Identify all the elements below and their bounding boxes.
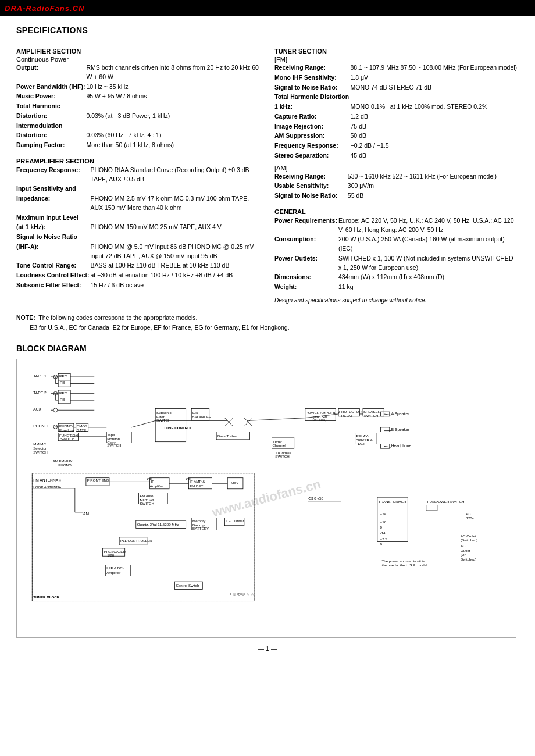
usable-label: Usable Sensitivity: — [274, 181, 348, 191]
general-heading: GENERAL — [274, 208, 519, 215]
max-input-values: PHONO MM 150 mV MC 25 mV TAPE, AUX 4 V — [90, 223, 261, 233]
svg-text:Outlet: Outlet — [461, 548, 470, 552]
intermod-label: Intermodulation — [16, 122, 86, 131]
weight-label: Weight: — [274, 283, 338, 293]
svg-text:AUX: AUX — [33, 408, 41, 412]
image-label: Image Rejection: — [274, 122, 351, 132]
svg-text:BALANCER: BALANCER — [192, 415, 212, 419]
svg-text:Channel: Channel — [272, 444, 286, 448]
snr-values: PHONO MM @ 5.0 mV input 86 dB PHONO MC @… — [90, 243, 261, 262]
svg-text:REC: REC — [59, 391, 67, 395]
svg-text:MPX: MPX — [231, 481, 238, 485]
svg-line-157 — [131, 421, 155, 427]
svg-text:LFF & DC-: LFF & DC- — [106, 566, 124, 570]
design-note: Design and specifications subject to cha… — [274, 297, 519, 304]
freq-resp-label: Frequency Response: — [274, 141, 351, 151]
freq-resp-row: Frequency Response: +0.2 dB / −1.5 — [274, 141, 519, 151]
output-label: Output: — [16, 63, 86, 83]
svg-text:(Switched): (Switched) — [461, 539, 477, 543]
svg-text:SWITCH: SWITCH — [156, 419, 170, 423]
subsonic-label: Subsonic Filter Effect: — [16, 281, 90, 291]
freq-value: PHONO RIAA Standard Curve (Recording Out… — [90, 166, 261, 185]
svg-text:AM: AM — [83, 512, 89, 516]
tuner-table: Receiving Range: 88.1 ~ 107.9 MHz 87.50 … — [274, 63, 519, 161]
svg-text:BATTERY: BATTERY — [192, 527, 209, 531]
thd-row: Total Harmonic — [16, 102, 261, 112]
snr-preamp-row: Signal to Noise Ratio — [16, 233, 261, 243]
svg-text:FM DET: FM DET — [190, 484, 203, 488]
outlets-value: SWITCHED x 1, 100 W (Not included in sys… — [338, 254, 519, 273]
svg-text:GATE: GATE — [77, 428, 86, 432]
consumption-row: Consumption: 200 W (U.S.A.) 250 VA (Cana… — [274, 235, 519, 254]
svg-text:IF AMP &: IF AMP & — [190, 480, 205, 484]
preamp-heading: PREAMPLIFIER SECTION — [16, 158, 261, 165]
power-req-label: Power Requirements: — [274, 216, 338, 236]
svg-text:REC: REC — [59, 374, 67, 378]
svg-line-168 — [384, 447, 391, 448]
dimensions-value: 434mm (W) x 112mm (H) x 408mm (D) — [338, 273, 519, 283]
at-1khz-row: (at 1 kHz): PHONO MM 150 mV MC 25 mV TAP… — [16, 223, 261, 233]
svg-text:LED Driver: LED Driver — [226, 519, 244, 523]
svg-line-163 — [384, 414, 391, 415]
svg-text:A Speaker: A Speaker — [391, 412, 409, 416]
page-number: — 1 — — [16, 645, 519, 652]
distortion-value: 0.03% (at −3 dB Power, 1 kHz) — [86, 112, 261, 122]
svg-text:Headphone: Headphone — [391, 444, 412, 449]
svg-text:Equalizer: Equalizer — [59, 428, 74, 432]
svg-text:SWITCH: SWITCH — [33, 450, 47, 454]
svg-text:Amplifier: Amplifier — [150, 484, 164, 488]
loudness-label: Loudness Control Effect: — [16, 271, 90, 281]
svg-text:B Speaker: B Speaker — [391, 427, 410, 432]
receiving-label: Receiving Range: — [274, 63, 351, 73]
max-input-label: Maximum Input Level — [16, 213, 90, 223]
damping-row: Damping Factor: More than 50 (at 1 kHz, … — [16, 141, 261, 151]
svg-text:-53  0  +53: -53 0 +53 — [308, 496, 324, 500]
weight-value: 11 kg — [338, 283, 519, 293]
tuner-thd-values: MONO 0.1% at 1 kHz 100% mod. STEREO 0.2% — [351, 102, 519, 112]
svg-text:SWITCH: SWITCH — [107, 444, 121, 448]
power-bw-row: Power Bandwidth (IHF): 10 Hz ~ 35 kHz — [16, 83, 261, 92]
usable-row: Usable Sensitivity: 300 μV/m — [274, 181, 519, 191]
loudness-row: Loudness Control Effect: at −30 dB atten… — [16, 271, 261, 281]
amplifier-table: Output: RMS both channels driven into 8 … — [16, 63, 261, 151]
block-diagram: www.audiofans.cn .bd-text { font-family:… — [16, 359, 516, 638]
svg-text:The power source circuit is: The power source circuit is — [381, 559, 425, 563]
damping-label: Damping Factor: — [16, 141, 86, 151]
tone-row: Tone Control Range: BASS at 100 Hz ±10 d… — [16, 261, 261, 271]
svg-text:AC: AC — [461, 544, 466, 548]
svg-text:120v: 120v — [466, 516, 474, 520]
impedance-label: Impedance: — [16, 194, 90, 213]
snr-ihf-label: (IHF-A): — [16, 243, 90, 262]
stereo-sep-value: 45 dB — [351, 151, 519, 161]
general-table: Power Requirements: Europe: AC 220 V, 50… — [274, 216, 519, 293]
mono-ihf-row: Mono IHF Sensitivity: 1.8 μV — [274, 73, 519, 83]
am-snr-value: 55 dB — [348, 191, 519, 201]
tuner-thd-heading-row: Total Harmonic Distortion — [274, 92, 519, 102]
note-label: NOTE: — [16, 314, 35, 321]
image-value: 75 dB — [351, 122, 519, 132]
tuner-thd-1khz-label: 1 kHz: — [274, 102, 351, 112]
distortion-row: Distortion: 0.03% (at −3 dB Power, 1 kHz… — [16, 112, 261, 122]
capture-value: 1.2 dB — [351, 112, 519, 122]
am-table: Receiving Range: 530 ~ 1610 kHz 522 ~ 16… — [274, 172, 519, 201]
svg-text:Switched): Switched) — [461, 557, 476, 561]
header-logo: DRA-RadioFans.CN — [5, 4, 84, 13]
svg-text:+16: +16 — [380, 520, 387, 524]
mono-ihf-value: 1.8 μV — [351, 73, 519, 83]
music-power-value: 95 W + 95 W / 8 ohms — [86, 92, 261, 102]
block-diagram-svg: .bd-text { font-family: Arial, sans-seri… — [23, 365, 510, 632]
output-row: Output: RMS both channels driven into 8 … — [16, 63, 261, 83]
note-line2: E3 for U.S.A., EC for Canada, E2 for Eur… — [30, 324, 289, 331]
svg-text:0: 0 — [380, 526, 383, 530]
input-sens-row: Input Sensitivity and — [16, 184, 261, 194]
svg-text:TUNER BLOCK: TUNER BLOCK — [33, 595, 60, 599]
stereo-sep-row: Stereo Separation: 45 dB — [274, 151, 519, 161]
dimensions-row: Dimensions: 434mm (W) x 112mm (H) x 408m… — [274, 273, 519, 283]
svg-text:FM ANTENNA ○: FM ANTENNA ○ — [33, 479, 61, 483]
thd-label: Total Harmonic — [16, 102, 86, 112]
loudness-value: at −30 dB attenuation 100 Hz / 10 kHz +8… — [90, 271, 261, 281]
svg-text:F RONT END: F RONT END — [87, 479, 109, 483]
note-line1: The following codes correspond to the ap… — [38, 314, 197, 321]
svg-text:AC Outlet: AC Outlet — [461, 534, 476, 538]
preamp-table: Frequency Response: PHONO RIAA Standard … — [16, 166, 261, 291]
